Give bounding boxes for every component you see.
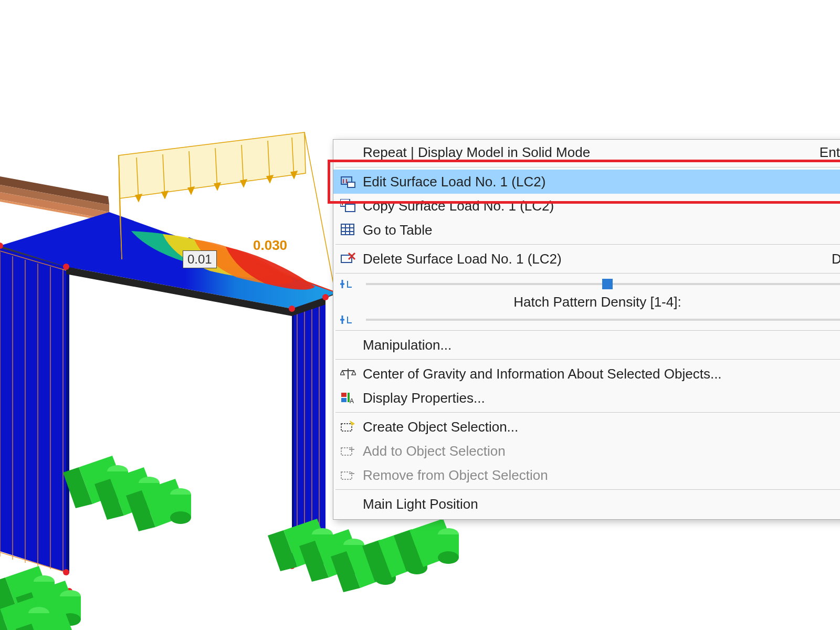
svg-marker-5: [66, 265, 69, 573]
svg-rect-133: [341, 398, 346, 402]
load-value-right: 0.030: [253, 237, 287, 254]
hatch-density-slider-row: [333, 311, 840, 328]
load-value-left: 0.01: [183, 250, 217, 268]
menu-go-to-table[interactable]: Go to Table: [333, 218, 840, 242]
svg-point-50: [63, 569, 69, 575]
svg-rect-111: [348, 182, 355, 187]
svg-point-109: [170, 511, 191, 524]
load-size-slider[interactable]: [366, 283, 840, 285]
menu-separator: [335, 273, 840, 274]
menu-remove-from-selection: Remove from Object Selection: [333, 463, 840, 487]
slider-icon: [333, 278, 363, 290]
svg-rect-117: [341, 224, 354, 235]
svg-marker-36: [188, 187, 194, 194]
menu-delete-surface-load[interactable]: Delete Surface Load No. 1 (LC2) Del: [333, 247, 840, 271]
svg-line-30: [304, 132, 335, 292]
context-menu: Repeat | Display Model in Solid Mode Ent…: [333, 139, 840, 520]
create-selection-icon: [333, 421, 363, 433]
menu-create-object-selection[interactable]: Create Object Selection...: [333, 415, 840, 439]
svg-point-46: [289, 306, 295, 312]
svg-rect-115: [345, 204, 355, 212]
slider-icon: [333, 313, 363, 326]
menu-separator: [335, 412, 840, 413]
menu-separator: [335, 489, 840, 490]
svg-text:A: A: [350, 397, 354, 404]
svg-point-94: [438, 551, 459, 564]
display-properties-icon: A: [333, 392, 363, 404]
slider-thumb[interactable]: [602, 279, 613, 289]
svg-marker-42: [267, 175, 273, 183]
svg-marker-32: [135, 194, 142, 202]
menu-center-of-gravity[interactable]: Center of Gravity and Information About …: [333, 362, 840, 386]
balance-scale-icon: [333, 368, 363, 380]
slider-caption: Hatch Pattern Density [1-4]:: [333, 292, 840, 311]
menu-display-properties[interactable]: A Display Properties...: [333, 386, 840, 410]
load-size-slider-row: [333, 276, 840, 292]
svg-rect-132: [341, 393, 346, 397]
table-icon: [333, 223, 363, 237]
edit-load-icon: [333, 175, 363, 188]
menu-separator: [335, 244, 840, 245]
delete-load-icon: [333, 252, 363, 266]
menu-separator: [335, 167, 840, 167]
menu-separator: [335, 330, 840, 331]
svg-marker-34: [162, 191, 168, 198]
copy-load-icon: [333, 199, 363, 213]
svg-marker-27: [119, 132, 306, 198]
add-selection-icon: [333, 445, 363, 457]
menu-copy-surface-load[interactable]: Copy Surface Load No. 1 (LC2): [333, 194, 840, 218]
svg-point-47: [322, 294, 329, 300]
menu-manipulation[interactable]: Manipulation...: [333, 333, 840, 357]
menu-repeat[interactable]: Repeat | Display Model in Solid Mode Ent…: [333, 140, 840, 165]
remove-selection-icon: [333, 469, 363, 481]
shortcut-text: Del: [819, 251, 840, 267]
menu-main-light-position[interactable]: Main Light Position: [333, 492, 840, 516]
svg-marker-40: [240, 180, 247, 187]
svg-marker-4: [0, 246, 66, 572]
shortcut-text: Enter: [807, 144, 840, 161]
svg-point-45: [63, 264, 69, 270]
menu-separator: [335, 359, 840, 360]
menu-edit-surface-load[interactable]: Edit Surface Load No. 1 (LC2): [333, 170, 840, 194]
svg-marker-38: [214, 183, 220, 190]
hatch-density-slider[interactable]: [366, 319, 840, 321]
svg-rect-136: [341, 424, 352, 431]
menu-add-to-selection: Add to Object Selection: [333, 439, 840, 463]
